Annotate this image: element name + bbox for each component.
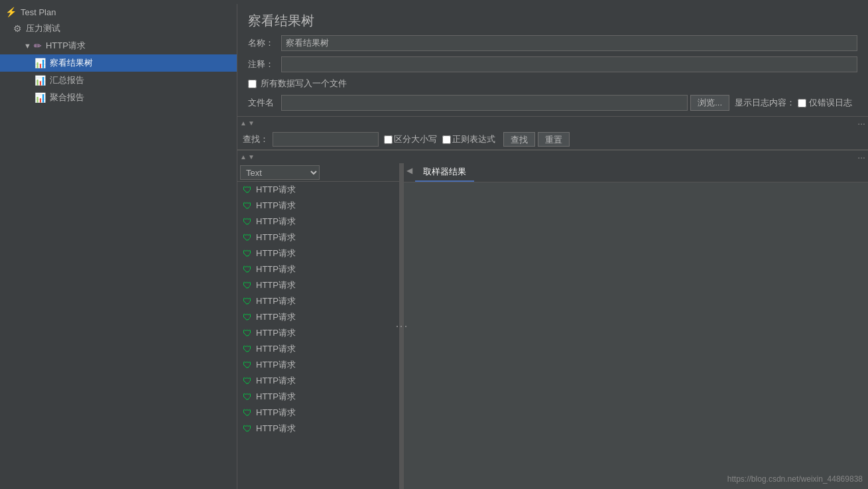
- error-only-label: 仅错误日志: [809, 97, 852, 109]
- right-pane: ◀ 取样器结果: [404, 163, 868, 489]
- view-result-icon: 📊: [34, 58, 46, 68]
- divider-arrows-1: ▲ ▼: [240, 119, 256, 127]
- comment-input[interactable]: [281, 56, 857, 72]
- list-item[interactable]: 🛡HTTP请求: [237, 182, 399, 198]
- drag-handle-dots: ⋮: [395, 320, 409, 332]
- list-item[interactable]: 🛡HTTP请求: [237, 214, 399, 230]
- list-item[interactable]: 🛡HTTP请求: [237, 261, 399, 277]
- shield-icon: 🛡: [243, 232, 252, 243]
- list-item[interactable]: 🛡HTTP请求: [237, 373, 399, 389]
- comment-label: 注释：: [248, 58, 281, 70]
- case-sensitive-checkbox[interactable]: [384, 135, 393, 144]
- shield-icon: 🛡: [243, 391, 252, 402]
- all-data-checkbox[interactable]: [248, 80, 257, 88]
- sidebar-item-test-plan[interactable]: ⚡ Test Plan: [0, 4, 237, 20]
- shield-icon: 🛡: [243, 200, 252, 211]
- http-item-label: HTTP请求: [256, 279, 296, 291]
- divider-bar-1: ▲ ▼ ···: [237, 116, 868, 129]
- divider-dots-2[interactable]: ···: [857, 152, 865, 163]
- arrow-up-icon-2[interactable]: ▲: [240, 153, 247, 161]
- browse-button[interactable]: 浏览...: [690, 95, 729, 111]
- http-item-label: HTTP请求: [256, 216, 296, 228]
- http-item-label: HTTP请求: [256, 263, 296, 275]
- http-item-label: HTTP请求: [256, 295, 296, 307]
- name-row: 名称：: [248, 35, 857, 51]
- left-pane-toolbar: Text RegExp Tester CSS/JQuery Tester XPa…: [237, 163, 399, 182]
- search-options: 区分大小写 正则表达式: [384, 133, 501, 145]
- shield-icon: 🛡: [243, 376, 252, 386]
- find-button[interactable]: 查找: [503, 132, 535, 147]
- page-title: 察看结果树: [237, 4, 868, 35]
- pressure-test-icon: ⚙: [13, 23, 22, 34]
- summary-report-icon: 📊: [34, 75, 46, 86]
- list-item[interactable]: 🛡HTTP请求: [237, 389, 399, 405]
- http-item-label: HTTP请求: [256, 391, 296, 403]
- list-item[interactable]: 🛡HTTP请求: [237, 245, 399, 261]
- split-area: Text RegExp Tester CSS/JQuery Tester XPa…: [237, 163, 868, 489]
- search-input[interactable]: [273, 132, 379, 147]
- divider-dots-1[interactable]: ···: [857, 118, 865, 129]
- list-item[interactable]: 🛡HTTP请求: [237, 325, 399, 341]
- log-label: 显示日志内容：: [735, 97, 795, 109]
- arrow-up-icon[interactable]: ▲: [240, 119, 247, 127]
- divider-bar-2: ▲ ▼ ···: [237, 150, 868, 163]
- regex-label: 正则表达式: [452, 133, 495, 145]
- list-item[interactable]: 🛡HTTP请求: [237, 341, 399, 357]
- http-item-label: HTTP请求: [256, 184, 296, 196]
- shield-icon: 🛡: [243, 184, 252, 195]
- reset-button[interactable]: 重置: [538, 132, 570, 147]
- http-item-label: HTTP请求: [256, 407, 296, 419]
- file-row: 文件名 浏览... 显示日志内容： 仅错误日志: [248, 95, 857, 111]
- sidebar-item-label: Test Plan: [21, 7, 56, 17]
- search-label: 查找：: [243, 133, 269, 145]
- file-label: 文件名: [248, 97, 281, 109]
- http-item-label: HTTP请求: [256, 247, 296, 259]
- tab-sampler-result[interactable]: 取样器结果: [415, 163, 474, 182]
- http-request-icon: ✏: [34, 40, 42, 51]
- regex-checkbox[interactable]: [442, 135, 451, 144]
- divider-arrows-2: ▲ ▼: [240, 153, 256, 161]
- sidebar-item-http-request[interactable]: ▼ ✏ HTTP请求: [0, 37, 237, 54]
- http-item-label: HTTP请求: [256, 327, 296, 339]
- list-item[interactable]: 🛡HTTP请求: [237, 357, 399, 373]
- tab-arrow-left[interactable]: ◀: [404, 163, 415, 182]
- list-item[interactable]: 🛡HTTP请求: [237, 421, 399, 437]
- shield-icon: 🛡: [243, 216, 252, 227]
- shield-icon: 🛡: [243, 344, 252, 354]
- http-item-label: HTTP请求: [256, 359, 296, 371]
- sidebar-item-label: HTTP请求: [46, 40, 86, 52]
- sidebar-item-pressure-test[interactable]: ⚙ 压力测试: [0, 20, 237, 37]
- error-only-checkbox[interactable]: [798, 99, 806, 107]
- list-item[interactable]: 🛡HTTP请求: [237, 309, 399, 325]
- text-dropdown[interactable]: Text RegExp Tester CSS/JQuery Tester XPa…: [240, 165, 320, 180]
- shield-icon: 🛡: [243, 312, 252, 322]
- sidebar-item-summary-report[interactable]: 📊 汇总报告: [0, 72, 237, 89]
- list-item[interactable]: 🛡HTTP请求: [237, 293, 399, 309]
- arrow-down-icon[interactable]: ▼: [248, 119, 255, 127]
- shield-icon: 🛡: [243, 264, 252, 275]
- sidebar-item-aggregate-report[interactable]: 📊 聚合报告: [0, 89, 237, 106]
- http-item-label: HTTP请求: [256, 423, 296, 435]
- http-item-label: HTTP请求: [256, 343, 296, 355]
- shield-icon: 🛡: [243, 360, 252, 370]
- list-item[interactable]: 🛡HTTP请求: [237, 405, 399, 421]
- http-item-label: HTTP请求: [256, 200, 296, 212]
- all-data-label: 所有数据写入一个文件: [261, 78, 347, 90]
- left-pane-list: 🛡HTTP请求🛡HTTP请求🛡HTTP请求🛡HTTP请求🛡HTTP请求🛡HTTP…: [237, 182, 399, 489]
- http-item-label: HTTP请求: [256, 375, 296, 387]
- list-item[interactable]: 🛡HTTP请求: [237, 198, 399, 214]
- comment-row: 注释：: [248, 56, 857, 72]
- list-item[interactable]: 🛡HTTP请求: [237, 230, 399, 245]
- sidebar: ⚡ Test Plan ⚙ 压力测试 ▼ ✏ HTTP请求 📊 察看结果树 📊 …: [0, 4, 237, 489]
- shield-icon: 🛡: [243, 248, 252, 259]
- watermark: https://blog.csdn.net/weixin_44869838: [727, 474, 863, 484]
- list-item[interactable]: 🛡HTTP请求: [237, 277, 399, 293]
- arrow-icon: ▼: [24, 42, 31, 50]
- name-input[interactable]: [281, 35, 857, 51]
- sidebar-item-view-result-tree[interactable]: 📊 察看结果树: [0, 54, 237, 72]
- main-content: 察看结果树 名称： 注释： 所有数据写入一个文件 文件名 浏览... 显示日志内…: [237, 4, 868, 489]
- arrow-down-icon-2[interactable]: ▼: [248, 153, 255, 161]
- drag-handle[interactable]: ⋮: [400, 163, 404, 489]
- sidebar-item-label: 聚合报告: [50, 92, 84, 104]
- file-input[interactable]: [281, 95, 688, 111]
